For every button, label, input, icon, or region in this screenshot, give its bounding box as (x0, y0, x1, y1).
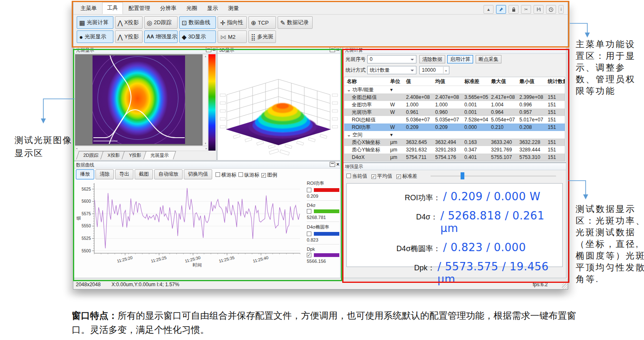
table-group-row[interactable]: ⌄ 空间▾ (344, 131, 565, 139)
multi-spot-button[interactable]: ⣿多光斑 (248, 30, 276, 43)
column-header[interactable]: 最大值 (491, 77, 519, 86)
export-button[interactable]: 导出 (115, 169, 133, 179)
pointing-button[interactable]: ✛指向性 (218, 16, 247, 29)
resize-grip[interactable] (562, 283, 568, 289)
legend-checkbox[interactable]: ✓图例 (261, 172, 277, 178)
lock-icon[interactable] (509, 5, 519, 14)
close-icon[interactable]: × (336, 162, 339, 166)
column-header[interactable]: 名称 (347, 77, 390, 86)
table-row[interactable]: 光斑功率W0.9610.9600.0010.9640.957151 (344, 108, 565, 116)
legend-value: 5268.781 (307, 215, 339, 220)
spot-calc-button[interactable]: ▦光斑计算 (77, 16, 113, 29)
menu-tab-1[interactable]: 工具 (102, 2, 123, 14)
checkbox-unchecked[interactable] (216, 172, 220, 177)
menu-tab-4[interactable]: 光圈 (182, 3, 202, 14)
column-header[interactable]: 统计数量 (548, 77, 565, 86)
clear-data-button[interactable]: 清除数据 (419, 55, 445, 63)
table-row[interactable]: ROI功率W0.2090.2090.0000.2100.208151 (344, 123, 565, 131)
beam-viewport[interactable] (75, 54, 203, 146)
cut-icon[interactable]: ✂ (521, 5, 531, 14)
h-cursor-checkbox[interactable]: 横游标 (216, 172, 236, 178)
column-header[interactable]: 单位 (390, 77, 406, 86)
float-window-icon[interactable] (330, 47, 335, 52)
table-cell: 0.209 (406, 123, 435, 131)
pin-icon[interactable] (496, 5, 506, 14)
menu-tab-6[interactable]: 测量 (223, 3, 243, 14)
v-cursor-checkbox[interactable]: 纵游标 (238, 172, 259, 178)
info-icon[interactable]: i (559, 5, 564, 14)
std-value-checkbox[interactable]: ✓标准差 (396, 173, 417, 180)
seq-select[interactable]: 0 (367, 55, 416, 63)
checkbox-unchecked[interactable] (307, 209, 311, 214)
menu-tab-0[interactable]: 主菜单 (76, 3, 101, 14)
curve-chart[interactable]: 55005525555055755600562511:25:2011:25:25… (75, 180, 305, 269)
data-record-button[interactable]: ✎数据记录 (278, 16, 313, 29)
m2-button[interactable]: ⋈M2 (218, 30, 247, 43)
legend-label: D4σ椭圆率 (307, 224, 339, 230)
spot-display-button[interactable]: ●光斑显示 (77, 30, 113, 43)
float-window-icon[interactable] (330, 162, 335, 167)
checkbox-checked[interactable]: ✓ (307, 253, 311, 257)
save-icon[interactable] (534, 5, 544, 14)
legend-item: Dpk✓5566.156 (307, 244, 339, 265)
enhanced-slider-handle[interactable] (461, 172, 464, 179)
table-row[interactable]: ROI总幅值5.036e+075.035e+077.528e+045.054e+… (344, 116, 565, 123)
clear-button[interactable]: 清除 (95, 169, 114, 179)
menu-tab-5[interactable]: 显示 (203, 3, 223, 14)
mean-value-checkbox[interactable]: ✓平均值 (371, 173, 392, 180)
enable-calc-button[interactable]: 启用计算 (447, 55, 473, 63)
curve-panel: 数据曲线 × 播放清除导出截图自动缩放切换均值 横游标纵游标✓图例 550055… (74, 161, 341, 278)
enhanced-slider-track[interactable] (431, 176, 556, 176)
snapshot-button[interactable]: 截图 (135, 169, 153, 179)
3d-surface-plot[interactable] (219, 55, 338, 159)
table-row[interactable]: 全图功率W1.0001.0000.0011.0040.996151 (344, 101, 565, 108)
data-curve-button[interactable]: ⊡数据曲线 (179, 16, 216, 29)
column-header[interactable]: 均值 (435, 77, 464, 86)
spot-tab-3[interactable]: 光斑显示 (145, 151, 175, 159)
checkbox-unchecked[interactable] (307, 232, 311, 236)
stat-count-input[interactable]: 10000 ▲▼ (419, 66, 449, 74)
play-button[interactable]: 播放 (76, 169, 94, 179)
column-header[interactable]: 值 (406, 77, 435, 86)
close-icon[interactable]: × (336, 48, 339, 52)
enhanced-display-button[interactable]: AA增强显示 (144, 30, 178, 43)
toggle-mean-button[interactable]: 切换均值 (184, 169, 212, 179)
tcp-button[interactable]: ⊕TCP (248, 16, 276, 29)
spot-panel-buttons: × (206, 47, 216, 52)
collapse-icon[interactable]: ▲ (484, 5, 494, 14)
stat-mode-select[interactable]: 统计数量 (367, 66, 416, 74)
group-collapse-icon[interactable]: ▾ (390, 131, 406, 139)
2d-tracking-button[interactable]: ◎2D跟踪 (144, 16, 178, 29)
x-projection-button[interactable]: ⋀X投影 (115, 16, 143, 29)
checkbox-unchecked[interactable] (238, 172, 243, 177)
close-icon[interactable]: × (213, 48, 216, 52)
checkbox-unchecked[interactable] (346, 174, 351, 178)
table-cell: 2.417e+08 (491, 93, 519, 101)
column-header[interactable]: 标准差 (464, 77, 491, 86)
breakpoint-capture-button[interactable]: 断点采集 (476, 55, 501, 63)
column-header[interactable]: 最小值 (519, 77, 548, 86)
menu-tab-2[interactable]: 配置管理 (124, 3, 155, 14)
float-window-icon[interactable] (206, 47, 211, 52)
checkbox-checked[interactable]: ✓ (261, 173, 266, 178)
y-projection-button[interactable]: ⋀Y投影 (115, 30, 143, 43)
table-cell: 3633.240 (491, 139, 519, 146)
table-row[interactable]: 质心X轴坐标µm3632.6453632.4940.1633633.240363… (344, 139, 565, 146)
table-row[interactable]: 质心Y轴坐标µm3291.6323291.2830.3473291.769328… (344, 146, 565, 154)
spinner-arrows[interactable]: ▲▼ (443, 67, 449, 73)
history-icon[interactable] (546, 5, 556, 14)
checkbox-checked[interactable]: ✓ (371, 174, 376, 179)
readout-label: D4σ： (347, 212, 438, 222)
current-value-checkbox[interactable]: 当前值 (346, 173, 367, 180)
vertical-scrollbar[interactable]: ▴▾ (203, 54, 208, 146)
group-collapse-icon[interactable]: ▾ (390, 86, 406, 93)
checkbox-unchecked[interactable] (307, 188, 311, 192)
menu-tab-3[interactable]: 分辨率 (155, 3, 181, 14)
auto-scale-button[interactable]: 自动缩放 (154, 169, 183, 179)
table-row[interactable]: D4σXµm5754.7115754.1760.4015755.1075753.… (344, 154, 565, 161)
checkbox-checked[interactable]: ✓ (396, 174, 401, 179)
feature-note: 窗口特点：所有的显示窗口可自由组合并保存配置文件，方便调用，也可使用系统默认的配… (72, 309, 584, 337)
table-row[interactable]: 全图总幅值2.408e+082.407e+083.565e+052.417e+0… (344, 93, 565, 101)
3d-display-button[interactable]: ◆3D显示 (179, 30, 216, 43)
table-group-row[interactable]: ⌄ 功率/能量▾ (344, 86, 565, 93)
